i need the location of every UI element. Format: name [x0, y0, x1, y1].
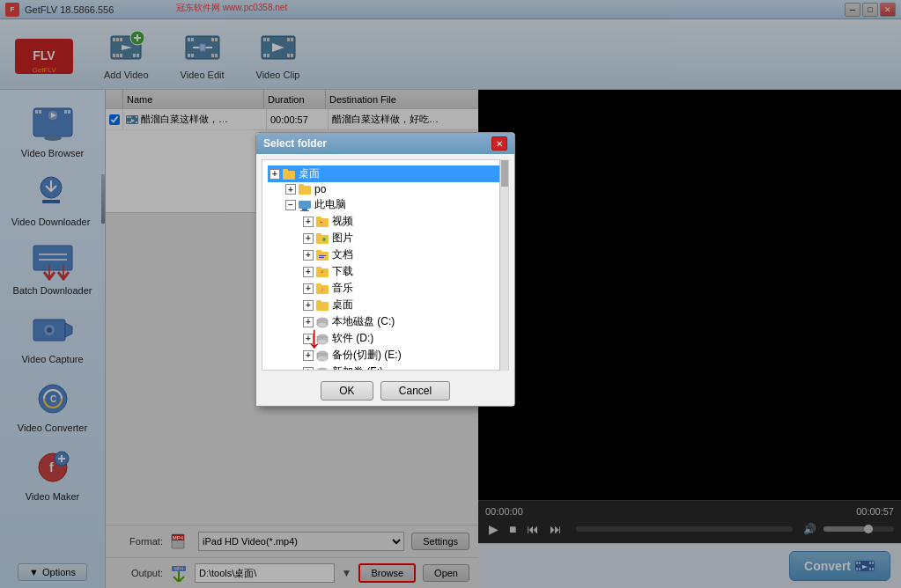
svg-rect-97	[316, 217, 321, 219]
tree-label-video: 视频	[332, 214, 353, 229]
svg-rect-123	[317, 371, 328, 371]
folder-icon-desktop-root	[282, 168, 296, 180]
tree-item-video[interactable]: + 视频	[268, 213, 503, 230]
modal-ok-button[interactable]: OK	[321, 381, 373, 401]
computer-icon-thispc	[298, 199, 312, 211]
modal-footer: OK Cancel	[256, 376, 514, 406]
tree-item-po[interactable]: + po	[268, 182, 503, 196]
folder-icon-po	[298, 183, 312, 195]
folder-video-icon	[315, 216, 329, 228]
expand-downloads[interactable]: +	[303, 267, 314, 277]
folder-music-icon: ♪	[315, 283, 329, 295]
svg-rect-103	[316, 250, 321, 253]
svg-rect-91	[299, 186, 311, 195]
folder-desktop-icon	[315, 299, 329, 312]
expand-desktop-child[interactable]: +	[303, 300, 314, 311]
svg-rect-105	[319, 257, 324, 258]
tree-item-photo[interactable]: + 图片	[268, 230, 503, 246]
svg-rect-94	[302, 209, 307, 210]
down-arrow-indicator: ↓	[306, 321, 322, 353]
expand-docs[interactable]: +	[303, 250, 314, 261]
tree-item-disk-e[interactable]: + 备份(切删) (E:)	[268, 347, 503, 364]
modal-overlay: Select folder ✕ + 桌面 +	[0, 0, 901, 588]
svg-rect-93	[299, 201, 311, 209]
modal-scrollbar[interactable]	[499, 159, 508, 371]
svg-rect-111	[316, 302, 329, 311]
svg-rect-107	[316, 267, 321, 269]
disk-f-icon	[315, 366, 329, 371]
svg-rect-92	[299, 184, 304, 187]
modal-title-bar: Select folder ✕	[256, 133, 514, 154]
expand-po[interactable]: +	[285, 184, 296, 195]
expand-disk-f[interactable]: +	[303, 367, 314, 371]
svg-point-101	[322, 238, 326, 241]
select-folder-modal: Select folder ✕ + 桌面 +	[255, 132, 515, 407]
modal-body: + 桌面 + po	[256, 159, 514, 371]
svg-rect-95	[300, 210, 309, 211]
svg-point-122	[317, 368, 328, 371]
tree-label-desktop-root: 桌面	[299, 166, 320, 181]
tree-label-desktop-child: 桌面	[332, 298, 353, 312]
svg-rect-104	[319, 255, 326, 256]
tree-item-disk-c[interactable]: + 本地磁盘 (C:)	[268, 313, 503, 330]
tree-item-desktop-root[interactable]: + 桌面	[268, 165, 503, 182]
svg-rect-89	[283, 171, 295, 180]
svg-rect-100	[316, 233, 321, 236]
expand-music[interactable]: +	[303, 283, 314, 294]
folder-photo-icon	[315, 232, 329, 245]
expand-photo[interactable]: +	[303, 233, 314, 244]
tree-label-downloads: 下载	[332, 264, 353, 279]
folder-downloads-icon	[315, 266, 329, 278]
modal-scrollbar-thumb[interactable]	[501, 160, 508, 187]
tree-item-disk-f[interactable]: + 新加卷 (F:)	[268, 364, 503, 371]
tree-item-desktop-child[interactable]: + 桌面	[268, 297, 503, 313]
svg-rect-90	[283, 169, 288, 172]
modal-close-button[interactable]: ✕	[491, 136, 507, 151]
svg-rect-96	[316, 218, 329, 227]
tree-label-photo: 图片	[332, 231, 353, 246]
tree-label-music: 音乐	[332, 281, 353, 296]
tree-item-music[interactable]: + ♪ 音乐	[268, 280, 503, 297]
modal-cancel-button[interactable]: Cancel	[380, 381, 450, 401]
modal-title: Select folder	[263, 137, 327, 150]
tree-label-po: po	[314, 183, 326, 195]
tree-label-disk-e: 备份(切删) (E:)	[332, 348, 402, 363]
expand-video[interactable]: +	[303, 217, 314, 227]
tree-item-thispc[interactable]: − 此电脑	[268, 196, 503, 213]
expand-desktop-root[interactable]: +	[270, 169, 280, 180]
tree-label-thispc: 此电脑	[314, 197, 346, 212]
folder-docs-icon	[315, 249, 329, 261]
expand-thispc[interactable]: −	[285, 200, 296, 210]
tree-label-disk-d: 软件 (D:)	[332, 331, 373, 346]
tree-item-downloads[interactable]: + 下载	[268, 263, 503, 280]
tree-label-docs: 文档	[332, 247, 353, 262]
svg-text:♪: ♪	[321, 286, 324, 292]
tree-label-disk-f: 新加卷 (F:)	[332, 364, 383, 371]
tree-label-disk-c: 本地磁盘 (C:)	[332, 314, 395, 329]
svg-rect-112	[316, 300, 321, 303]
svg-point-121	[317, 356, 328, 361]
tree-item-docs[interactable]: + 文档	[268, 246, 503, 263]
modal-tree-content[interactable]: + 桌面 + po	[262, 159, 509, 371]
tree-item-disk-d[interactable]: + 软件 (D:)	[268, 330, 503, 347]
